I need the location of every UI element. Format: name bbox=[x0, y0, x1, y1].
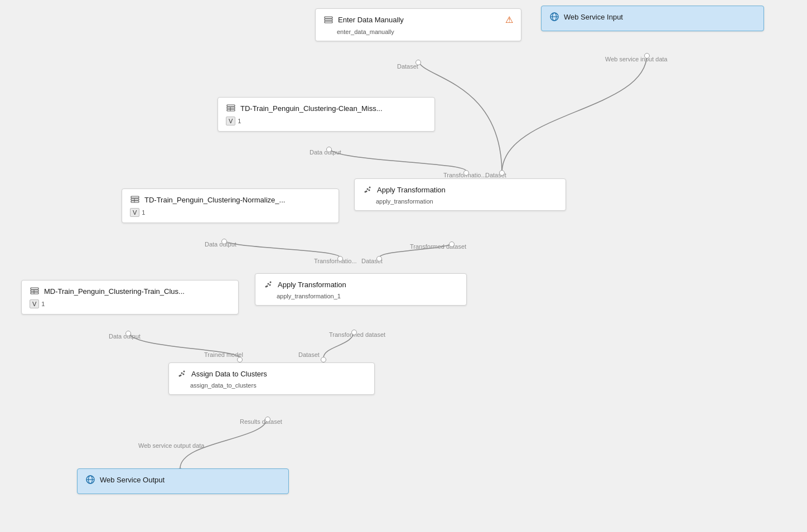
port-dot-assign-in-data bbox=[321, 357, 326, 362]
svg-rect-16 bbox=[131, 199, 139, 200]
at2-title: Apply Transformation bbox=[278, 280, 346, 289]
cm-version-badge: V bbox=[226, 117, 235, 125]
port-dot-assign-out bbox=[265, 417, 270, 422]
port-dot-assign-in-trained bbox=[237, 357, 243, 362]
node-normalize[interactable]: TD-Train_Penguin_Clustering-Normalize_..… bbox=[122, 188, 339, 223]
port-label-trans-at2: Transformatio... bbox=[314, 258, 357, 264]
svg-rect-25 bbox=[31, 290, 38, 292]
node-web-service-output[interactable]: Web Service Output bbox=[77, 468, 289, 494]
svg-point-22 bbox=[267, 286, 268, 287]
svg-rect-7 bbox=[227, 107, 235, 109]
at1-subtitle: apply_transformation bbox=[376, 198, 558, 205]
port-dot-at2-in-data bbox=[376, 256, 382, 262]
port-dot-at2-out bbox=[351, 330, 357, 335]
svg-rect-26 bbox=[31, 292, 38, 294]
tc-title: MD-Train_Penguin_Clustering-Train_Clus..… bbox=[44, 287, 185, 296]
port-label-trained-model: Trained model bbox=[204, 351, 243, 358]
port-dot-train-out bbox=[125, 331, 131, 336]
port-dot-at2-in-trans bbox=[337, 256, 343, 262]
port-label-dataset-assign: Dataset bbox=[298, 351, 320, 358]
port-dot-at1-in-trans bbox=[463, 170, 469, 176]
node-apply-transform-1[interactable]: Apply Transformation apply_transformatio… bbox=[354, 178, 566, 211]
warning-icon-edm: ⚠ bbox=[505, 14, 513, 25]
svg-rect-2 bbox=[325, 21, 332, 23]
norm-title: TD-Train_Penguin_Clustering-Normalize_..… bbox=[144, 196, 285, 204]
port-label-transformed-at1: Transformed dataset bbox=[410, 243, 466, 250]
wso-title: Web Service Output bbox=[100, 476, 165, 484]
svg-point-13 bbox=[366, 191, 368, 192]
db-icon-tc bbox=[30, 286, 40, 296]
port-label-dataset-edm: Dataset bbox=[397, 63, 418, 70]
svg-rect-0 bbox=[325, 17, 332, 18]
norm-version-badge: V bbox=[130, 208, 139, 217]
port-dot-norm-out bbox=[221, 239, 227, 244]
port-label-data-output-train: Data output bbox=[109, 333, 141, 340]
node-clean-miss[interactable]: TD-Train_Penguin_Clustering-Clean_Miss..… bbox=[218, 97, 435, 132]
cm-version-num: 1 bbox=[238, 118, 241, 124]
svg-point-11 bbox=[367, 188, 369, 190]
svg-point-31 bbox=[180, 375, 182, 376]
port-dot-edm-out bbox=[415, 60, 421, 65]
svg-rect-8 bbox=[227, 109, 235, 111]
node-header-at1: Apply Transformation bbox=[363, 185, 558, 195]
svg-point-32 bbox=[183, 374, 185, 375]
svg-rect-1 bbox=[325, 19, 332, 21]
node-header-wsi: Web Service Input bbox=[549, 12, 756, 22]
node-header-ac: Assign Data to Clusters bbox=[177, 369, 366, 379]
scatter-icon-at2 bbox=[263, 279, 273, 289]
port-label-transformed-at2: Transformed dataset bbox=[329, 331, 385, 338]
node-header-wso: Web Service Output bbox=[85, 475, 281, 485]
svg-point-21 bbox=[270, 282, 272, 283]
svg-point-12 bbox=[369, 187, 371, 188]
db-icon-edm bbox=[323, 15, 334, 25]
port-dot-ws-input-out bbox=[644, 53, 650, 59]
port-label-data-output-clean: Data output bbox=[310, 149, 341, 156]
connections-svg bbox=[0, 0, 807, 532]
ac-title: Assign Data to Clusters bbox=[191, 370, 267, 378]
globe-icon-wsi bbox=[549, 12, 559, 22]
edm-subtitle: enter_data_manually bbox=[337, 28, 513, 35]
tc-version: V 1 bbox=[30, 299, 230, 308]
node-header-at2: Apply Transformation bbox=[263, 279, 458, 289]
port-label-results: Results dataset bbox=[240, 418, 282, 425]
svg-point-14 bbox=[369, 190, 370, 191]
node-header-cm: TD-Train_Penguin_Clustering-Clean_Miss..… bbox=[226, 103, 427, 113]
globe-icon-wso bbox=[85, 475, 95, 485]
wsi-title: Web Service Input bbox=[564, 13, 623, 21]
canvas: Dataset Web service input data Data outp… bbox=[0, 0, 807, 532]
node-assign-clusters[interactable]: Assign Data to Clusters assign_data_to_c… bbox=[168, 362, 375, 395]
port-label-ws-input: Web service input data bbox=[605, 56, 668, 62]
svg-rect-24 bbox=[31, 288, 38, 289]
cm-title: TD-Train_Penguin_Clustering-Clean_Miss..… bbox=[240, 104, 383, 113]
norm-version-num: 1 bbox=[142, 209, 145, 216]
svg-rect-15 bbox=[131, 196, 139, 198]
svg-rect-17 bbox=[131, 201, 139, 202]
scatter-icon-ac bbox=[177, 369, 187, 379]
ac-subtitle: assign_data_to_clusters bbox=[190, 382, 366, 389]
svg-point-30 bbox=[183, 371, 185, 373]
tc-version-badge: V bbox=[30, 299, 39, 308]
at1-title: Apply Transformation bbox=[377, 186, 446, 194]
node-train-clus[interactable]: MD-Train_Penguin_Clustering-Train_Clus..… bbox=[21, 280, 239, 315]
node-header-edm: Enter Data Manually ⚠ bbox=[323, 14, 513, 25]
node-header-norm: TD-Train_Penguin_Clustering-Normalize_..… bbox=[130, 195, 331, 205]
edm-title: Enter Data Manually bbox=[338, 16, 404, 24]
db-icon-cm bbox=[226, 103, 236, 113]
svg-point-23 bbox=[269, 284, 271, 286]
svg-rect-6 bbox=[227, 105, 235, 107]
svg-point-20 bbox=[268, 283, 269, 285]
port-dot-at1-in-data bbox=[499, 170, 505, 176]
port-dot-clean-out bbox=[326, 147, 332, 152]
db-icon-norm bbox=[130, 195, 140, 205]
scatter-icon-at1 bbox=[363, 185, 373, 195]
node-header-tc: MD-Train_Penguin_Clustering-Train_Clus..… bbox=[30, 286, 230, 296]
node-enter-data-manually[interactable]: Enter Data Manually ⚠ enter_data_manuall… bbox=[315, 8, 521, 41]
svg-point-29 bbox=[181, 373, 183, 374]
node-apply-transform-2[interactable]: Apply Transformation apply_transformatio… bbox=[255, 273, 467, 306]
port-dot-at1-out bbox=[449, 241, 455, 247]
at2-subtitle: apply_transformation_1 bbox=[277, 293, 458, 299]
node-web-service-input[interactable]: Web Service Input bbox=[541, 6, 764, 31]
tc-version-num: 1 bbox=[41, 301, 45, 307]
port-label-data-output-norm: Data output bbox=[205, 241, 236, 248]
norm-version: V 1 bbox=[130, 208, 331, 217]
